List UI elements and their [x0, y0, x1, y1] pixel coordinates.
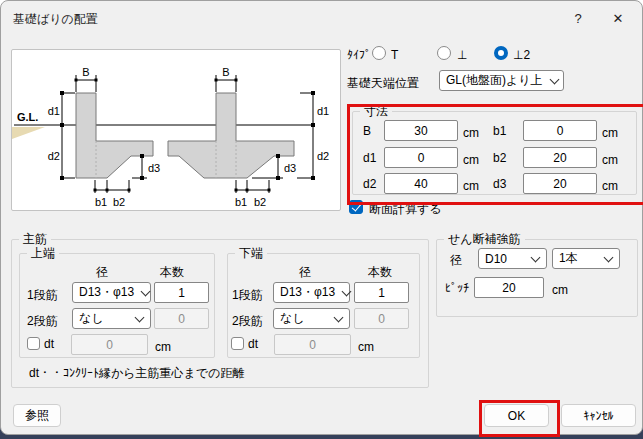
- top-dt-checkbox[interactable]: [27, 337, 40, 350]
- diagram-label-b2-right: b2: [254, 196, 266, 208]
- dim-b1-unit: cm: [602, 126, 618, 140]
- bottom-dt-checkbox[interactable]: [231, 337, 244, 350]
- cross-section-diagram: B B d1 d2 G.L. d1 d2 d3: [11, 49, 341, 211]
- beam-section-right: [168, 93, 294, 178]
- close-button[interactable]: ✕: [603, 7, 633, 31]
- dim-d2-input[interactable]: [384, 173, 458, 194]
- top-row1-label: 1段筋: [27, 287, 58, 304]
- bottom-row1-diameter-value: D13・φ13: [280, 284, 335, 301]
- diagram-label-b-left: B: [82, 66, 89, 78]
- bottom-count-header: 本数: [368, 264, 392, 281]
- diagram-label-b1-left: b1: [95, 196, 107, 208]
- radio-type-invt[interactable]: [437, 46, 451, 60]
- dt-note: dt・・ｺﾝｸﾘｰﾄ縁から主筋重心までの距離: [29, 365, 244, 382]
- bottom-row2-label: 2段筋: [232, 313, 263, 330]
- top-row2-diameter-value: なし: [79, 310, 104, 327]
- soil-wedge: [12, 127, 45, 139]
- top-row2-diameter-select[interactable]: なし: [72, 308, 151, 329]
- diagram-label-b2-left: b2: [113, 196, 125, 208]
- chevron-down-icon: [531, 252, 541, 262]
- browse-button[interactable]: 参照: [13, 404, 61, 427]
- dim-b1-input[interactable]: [523, 120, 597, 141]
- radio-type-invt2[interactable]: [494, 46, 508, 60]
- dim-b2-input[interactable]: [523, 147, 597, 168]
- top-diameter-header: 径: [96, 264, 108, 281]
- top-row1-diameter-value: D13・φ13: [79, 284, 134, 301]
- bottom-bars-group-title: 下端: [235, 245, 267, 262]
- bottom-dt-unit: cm: [358, 340, 374, 354]
- dim-d1-unit: cm: [463, 153, 479, 167]
- top-bars-group-title: 上端: [27, 245, 59, 262]
- diagram-label-d1-left: d1: [48, 105, 60, 117]
- dim-d3-label: d3: [493, 177, 506, 191]
- bottom-row1-diameter-select[interactable]: D13・φ13: [273, 282, 350, 303]
- top-dt-unit: cm: [155, 340, 171, 354]
- radio-type-invt-label[interactable]: ⊥: [457, 48, 467, 62]
- diagram-label-b-right: B: [222, 66, 229, 78]
- shear-pitch-input[interactable]: [474, 277, 544, 298]
- cancel-button[interactable]: ｷｬﾝｾﾙ: [561, 404, 636, 427]
- bottom-row1-label: 1段筋: [232, 287, 263, 304]
- diagram-label-b1-right: b1: [235, 196, 247, 208]
- diagram-label-d2-right: d2: [317, 150, 329, 162]
- shear-group-title: せん断補強筋: [444, 231, 525, 248]
- dim-b1-label: b1: [493, 124, 506, 138]
- chevron-down-icon: [549, 74, 559, 84]
- top-dt-label[interactable]: dt: [44, 337, 54, 351]
- bottom-diameter-header: 径: [299, 264, 311, 281]
- diagram-label-d1-right: d1: [317, 105, 329, 117]
- top-position-value: GL(地盤面)より上: [446, 72, 543, 89]
- bottom-dt-label[interactable]: dt: [248, 337, 258, 351]
- top-row1-diameter-select[interactable]: D13・φ13: [72, 282, 151, 303]
- bottom-row1-count-input[interactable]: [354, 282, 409, 303]
- bottom-row2-count-input: [354, 308, 409, 329]
- diagram-label-d3-left: d3: [148, 162, 160, 174]
- shear-diameter-select[interactable]: D10: [478, 248, 547, 269]
- chevron-down-icon: [604, 252, 614, 262]
- section-calc-checkbox[interactable]: [349, 200, 363, 214]
- top-position-select[interactable]: GL(地盤面)より上: [439, 70, 564, 91]
- section-calc-label[interactable]: 断面計算する: [369, 201, 442, 218]
- dim-d2-unit: cm: [463, 179, 479, 193]
- shear-count-select[interactable]: 1本: [552, 248, 620, 269]
- radio-type-t[interactable]: [372, 46, 386, 60]
- dim-b-input[interactable]: [384, 120, 458, 141]
- dim-b-label: B: [363, 124, 371, 138]
- dim-d1-label: d1: [363, 151, 376, 165]
- top-row1-count-input[interactable]: [154, 282, 209, 303]
- shear-count-value: 1本: [559, 250, 578, 267]
- titlebar: 基礎ばりの配置 ? ✕: [1, 1, 642, 37]
- diagram-svg: B B d1 d2 G.L. d1 d2 d3: [12, 50, 340, 210]
- radio-type-invt2-label[interactable]: ⊥2: [513, 48, 530, 62]
- type-label: ﾀｲﾌﾟ: [347, 48, 371, 62]
- diagram-label-d3-right: d3: [284, 162, 296, 174]
- dimensions-group-title: 寸法: [360, 103, 392, 120]
- dim-d1-input[interactable]: [384, 147, 458, 168]
- top-count-header: 本数: [160, 264, 184, 281]
- dim-d3-input[interactable]: [523, 173, 597, 194]
- top-position-label: 基礎天端位置: [347, 75, 419, 92]
- bottom-row2-diameter-value: なし: [280, 310, 305, 327]
- top-row2-count-input: [154, 308, 209, 329]
- shear-diameter-label: 径: [450, 252, 462, 269]
- dim-b2-label: b2: [493, 151, 506, 165]
- radio-type-t-label[interactable]: T: [391, 48, 398, 62]
- dim-b2-unit: cm: [602, 153, 618, 167]
- dim-d2-label: d2: [363, 177, 376, 191]
- diagram-label-d2-left: d2: [48, 150, 60, 162]
- bottom-row2-diameter-select[interactable]: なし: [273, 308, 350, 329]
- chevron-down-icon: [334, 312, 344, 322]
- foundation-beam-dialog: 基礎ばりの配置 ? ✕ B B: [0, 0, 643, 435]
- dim-d3-unit: cm: [602, 179, 618, 193]
- chevron-down-icon: [135, 312, 145, 322]
- shear-pitch-unit: cm: [552, 283, 568, 297]
- diagram-label-gl: G.L.: [17, 111, 38, 123]
- help-button[interactable]: ?: [563, 7, 593, 31]
- shear-diameter-value: D10: [485, 252, 507, 266]
- beam-section-left: [76, 93, 153, 178]
- dim-b-unit: cm: [463, 126, 479, 140]
- top-dt-input: [71, 334, 148, 355]
- top-row2-label: 2段筋: [27, 313, 58, 330]
- ok-button[interactable]: OK: [484, 404, 549, 427]
- chevron-down-icon: [141, 286, 151, 296]
